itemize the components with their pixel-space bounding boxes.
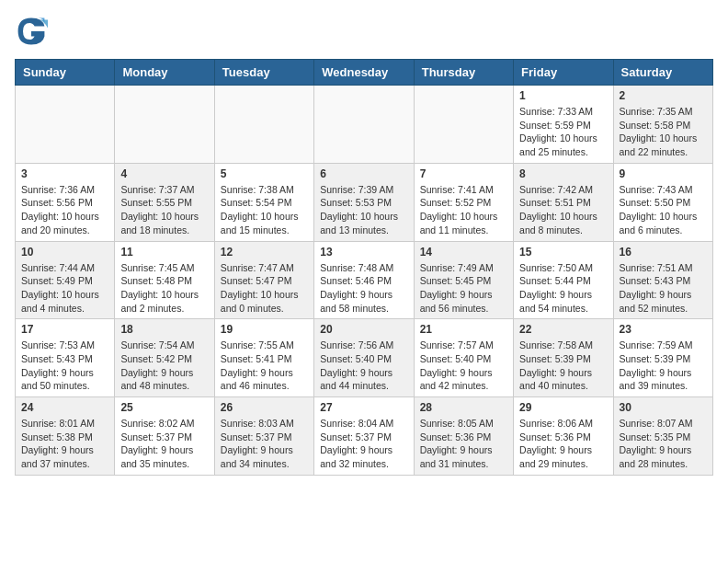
day-info: Sunrise: 7:56 AMSunset: 5:40 PMDaylight:… <box>320 339 407 393</box>
calendar-cell <box>214 86 313 164</box>
day-number: 30 <box>620 401 707 414</box>
day-info: Sunrise: 8:01 AMSunset: 5:38 PMDaylight:… <box>21 417 108 471</box>
day-number: 26 <box>221 401 308 414</box>
calendar-cell: 14Sunrise: 7:49 AMSunset: 5:45 PMDayligh… <box>414 241 513 319</box>
calendar-cell: 4Sunrise: 7:37 AMSunset: 5:55 PMDaylight… <box>115 163 214 241</box>
weekday-header-tuesday: Tuesday <box>214 60 313 86</box>
day-info: Sunrise: 7:47 AMSunset: 5:47 PMDaylight:… <box>221 261 308 316</box>
day-info: Sunrise: 8:06 AMSunset: 5:36 PMDaylight:… <box>519 417 607 471</box>
calendar-cell: 6Sunrise: 7:39 AMSunset: 5:53 PMDaylight… <box>314 163 414 241</box>
calendar-cell: 30Sunrise: 8:07 AMSunset: 5:35 PMDayligh… <box>613 397 712 476</box>
calendar-cell: 5Sunrise: 7:38 AMSunset: 5:54 PMDaylight… <box>214 163 313 241</box>
calendar-cell: 16Sunrise: 7:51 AMSunset: 5:43 PMDayligh… <box>613 241 712 319</box>
day-info: Sunrise: 7:55 AMSunset: 5:41 PMDaylight:… <box>221 339 308 393</box>
day-number: 27 <box>320 401 407 414</box>
day-info: Sunrise: 7:48 AMSunset: 5:46 PMDaylight:… <box>320 261 407 316</box>
day-info: Sunrise: 8:07 AMSunset: 5:35 PMDaylight:… <box>620 417 707 471</box>
day-number: 3 <box>21 167 108 180</box>
day-info: Sunrise: 7:39 AMSunset: 5:53 PMDaylight:… <box>320 183 407 237</box>
week-row-1: 1Sunrise: 7:33 AMSunset: 5:59 PMDaylight… <box>16 86 713 164</box>
calendar-cell: 22Sunrise: 7:58 AMSunset: 5:39 PMDayligh… <box>514 319 613 397</box>
calendar-cell: 17Sunrise: 7:53 AMSunset: 5:43 PMDayligh… <box>16 319 115 397</box>
calendar-cell: 23Sunrise: 7:59 AMSunset: 5:39 PMDayligh… <box>613 319 712 397</box>
day-info: Sunrise: 7:50 AMSunset: 5:44 PMDaylight:… <box>519 261 607 316</box>
day-info: Sunrise: 7:36 AMSunset: 5:56 PMDaylight:… <box>21 183 108 237</box>
calendar-cell: 18Sunrise: 7:54 AMSunset: 5:42 PMDayligh… <box>115 319 214 397</box>
calendar-cell <box>115 86 214 164</box>
day-info: Sunrise: 7:42 AMSunset: 5:51 PMDaylight:… <box>519 183 607 237</box>
day-number: 10 <box>21 246 108 259</box>
day-number: 8 <box>519 167 607 180</box>
week-row-4: 17Sunrise: 7:53 AMSunset: 5:43 PMDayligh… <box>16 319 713 397</box>
calendar-cell: 13Sunrise: 7:48 AMSunset: 5:46 PMDayligh… <box>314 241 414 319</box>
day-number: 4 <box>120 167 208 180</box>
day-number: 25 <box>120 401 208 414</box>
day-info: Sunrise: 7:53 AMSunset: 5:43 PMDaylight:… <box>21 339 108 393</box>
day-number: 6 <box>320 167 407 180</box>
day-number: 20 <box>320 323 407 336</box>
calendar-cell: 27Sunrise: 8:04 AMSunset: 5:37 PMDayligh… <box>314 397 414 476</box>
day-number: 9 <box>620 167 707 180</box>
calendar-cell: 28Sunrise: 8:05 AMSunset: 5:36 PMDayligh… <box>414 397 513 476</box>
day-info: Sunrise: 8:05 AMSunset: 5:36 PMDaylight:… <box>420 417 507 471</box>
day-number: 19 <box>221 323 308 336</box>
day-info: Sunrise: 7:45 AMSunset: 5:48 PMDaylight:… <box>120 261 208 316</box>
day-number: 28 <box>420 401 507 414</box>
day-info: Sunrise: 8:02 AMSunset: 5:37 PMDaylight:… <box>120 417 208 471</box>
day-number: 14 <box>420 246 507 259</box>
calendar-cell: 8Sunrise: 7:42 AMSunset: 5:51 PMDaylight… <box>514 163 613 241</box>
day-info: Sunrise: 7:59 AMSunset: 5:39 PMDaylight:… <box>620 339 707 393</box>
day-info: Sunrise: 8:04 AMSunset: 5:37 PMDaylight:… <box>320 417 407 471</box>
calendar-cell: 25Sunrise: 8:02 AMSunset: 5:37 PMDayligh… <box>115 397 214 476</box>
calendar-cell: 15Sunrise: 7:50 AMSunset: 5:44 PMDayligh… <box>514 241 613 319</box>
calendar-cell: 26Sunrise: 8:03 AMSunset: 5:37 PMDayligh… <box>214 397 313 476</box>
calendar-cell: 11Sunrise: 7:45 AMSunset: 5:48 PMDayligh… <box>115 241 214 319</box>
weekday-header-friday: Friday <box>514 60 613 86</box>
day-number: 12 <box>221 246 308 259</box>
day-info: Sunrise: 7:54 AMSunset: 5:42 PMDaylight:… <box>120 339 208 393</box>
weekday-header-sunday: Sunday <box>16 60 115 86</box>
day-number: 1 <box>519 89 607 102</box>
weekday-header-row: SundayMondayTuesdayWednesdayThursdayFrid… <box>16 60 713 86</box>
weekday-header-saturday: Saturday <box>613 60 712 86</box>
day-number: 15 <box>519 246 607 259</box>
calendar-cell: 29Sunrise: 8:06 AMSunset: 5:36 PMDayligh… <box>514 397 613 476</box>
calendar-cell: 10Sunrise: 7:44 AMSunset: 5:49 PMDayligh… <box>16 241 115 319</box>
week-row-2: 3Sunrise: 7:36 AMSunset: 5:56 PMDaylight… <box>16 163 713 241</box>
calendar-cell: 12Sunrise: 7:47 AMSunset: 5:47 PMDayligh… <box>214 241 313 319</box>
logo-icon <box>15 15 48 48</box>
page-header <box>15 15 713 48</box>
calendar-cell: 19Sunrise: 7:55 AMSunset: 5:41 PMDayligh… <box>214 319 313 397</box>
day-info: Sunrise: 7:58 AMSunset: 5:39 PMDaylight:… <box>519 339 607 393</box>
day-number: 23 <box>620 323 707 336</box>
day-info: Sunrise: 7:35 AMSunset: 5:58 PMDaylight:… <box>620 105 707 159</box>
day-info: Sunrise: 7:57 AMSunset: 5:40 PMDaylight:… <box>420 339 507 393</box>
day-number: 16 <box>620 246 707 259</box>
calendar-cell <box>314 86 414 164</box>
calendar-cell: 3Sunrise: 7:36 AMSunset: 5:56 PMDaylight… <box>16 163 115 241</box>
day-number: 18 <box>120 323 208 336</box>
calendar-cell: 9Sunrise: 7:43 AMSunset: 5:50 PMDaylight… <box>613 163 712 241</box>
calendar-cell: 24Sunrise: 8:01 AMSunset: 5:38 PMDayligh… <box>16 397 115 476</box>
weekday-header-thursday: Thursday <box>414 60 513 86</box>
day-info: Sunrise: 7:44 AMSunset: 5:49 PMDaylight:… <box>21 261 108 316</box>
day-number: 29 <box>519 401 607 414</box>
day-number: 11 <box>120 246 208 259</box>
calendar-cell <box>16 86 115 164</box>
calendar-cell: 20Sunrise: 7:56 AMSunset: 5:40 PMDayligh… <box>314 319 414 397</box>
calendar-cell: 1Sunrise: 7:33 AMSunset: 5:59 PMDaylight… <box>514 86 613 164</box>
day-number: 22 <box>519 323 607 336</box>
calendar-cell: 2Sunrise: 7:35 AMSunset: 5:58 PMDaylight… <box>613 86 712 164</box>
day-info: Sunrise: 7:49 AMSunset: 5:45 PMDaylight:… <box>420 261 507 316</box>
week-row-5: 24Sunrise: 8:01 AMSunset: 5:38 PMDayligh… <box>16 397 713 476</box>
day-info: Sunrise: 7:33 AMSunset: 5:59 PMDaylight:… <box>519 105 607 159</box>
weekday-header-monday: Monday <box>115 60 214 86</box>
day-number: 17 <box>21 323 108 336</box>
calendar: SundayMondayTuesdayWednesdayThursdayFrid… <box>15 59 713 476</box>
day-info: Sunrise: 7:51 AMSunset: 5:43 PMDaylight:… <box>620 261 707 316</box>
day-number: 13 <box>320 246 407 259</box>
day-number: 21 <box>420 323 507 336</box>
day-number: 7 <box>420 167 507 180</box>
logo <box>15 15 53 48</box>
day-info: Sunrise: 7:41 AMSunset: 5:52 PMDaylight:… <box>420 183 507 237</box>
